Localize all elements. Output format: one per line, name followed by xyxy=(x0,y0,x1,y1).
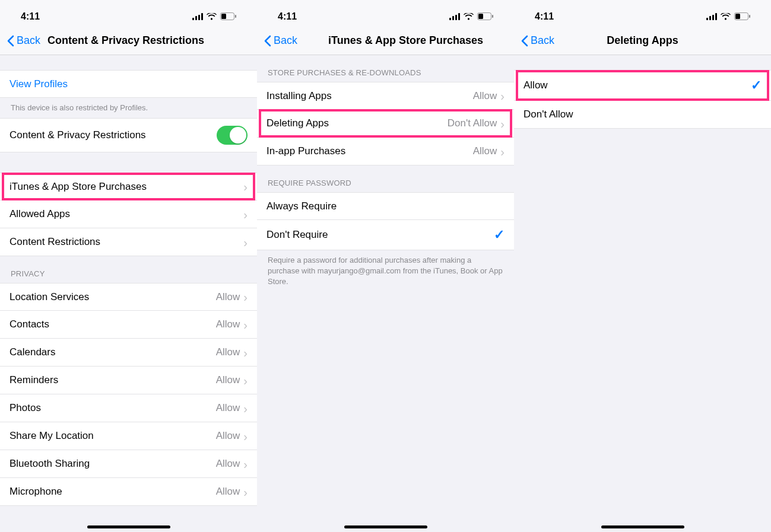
wifi-icon xyxy=(207,13,217,20)
installing-apps-row[interactable]: Installing Apps Allow › xyxy=(257,82,514,110)
chevron-right-icon: › xyxy=(500,118,505,130)
privacy-row-photos[interactable]: Photos Allow › xyxy=(0,394,257,422)
status-time: 4:11 xyxy=(535,11,554,22)
list-item-label: Location Services xyxy=(9,291,216,303)
svg-rect-19 xyxy=(735,14,740,19)
svg-rect-9 xyxy=(455,15,457,20)
privacy-row-contacts[interactable]: Contacts Allow › xyxy=(0,311,257,339)
allowed-apps-row[interactable]: Allowed Apps › xyxy=(0,200,257,228)
svg-rect-8 xyxy=(452,16,454,20)
list-item-label: Share My Location xyxy=(9,430,216,442)
signal-icon xyxy=(706,13,717,20)
screen-itunes-purchases: 4:11 Back iTunes & App Store Purchases S… xyxy=(257,0,514,532)
privacy-row-calendars[interactable]: Calendars Allow › xyxy=(0,339,257,367)
wifi-icon xyxy=(464,13,474,20)
list-item-label: In-app Purchases xyxy=(266,145,473,157)
chevron-right-icon: › xyxy=(243,237,248,249)
dont-allow-option-row[interactable]: Don't Allow xyxy=(514,101,771,129)
itunes-purchases-row[interactable]: iTunes & App Store Purchases › xyxy=(0,173,257,200)
chevron-left-icon xyxy=(7,35,14,47)
svg-rect-20 xyxy=(749,15,750,18)
chevron-right-icon: › xyxy=(243,347,248,359)
cpr-toggle-switch[interactable] xyxy=(217,126,248,145)
dont-require-row[interactable]: Don't Require ✓ xyxy=(257,220,514,250)
list-item-value: Allow xyxy=(216,430,240,442)
privacy-row-reminders[interactable]: Reminders Allow › xyxy=(0,367,257,394)
checkmark-icon: ✓ xyxy=(494,227,505,243)
chevron-right-icon: › xyxy=(243,181,248,193)
list-item-value: Allow xyxy=(216,346,240,358)
content-restrictions-label: Content Restrictions xyxy=(9,236,243,248)
back-button[interactable]: Back xyxy=(7,34,40,47)
svg-rect-6 xyxy=(235,15,236,18)
back-button[interactable]: Back xyxy=(521,34,554,47)
battery-icon xyxy=(477,12,493,20)
list-item-label: Bluetooth Sharing xyxy=(9,458,216,470)
chevron-right-icon: › xyxy=(243,431,248,442)
privacy-row-bluetooth[interactable]: Bluetooth Sharing Allow › xyxy=(0,450,257,478)
list-item-label: Calendars xyxy=(9,346,216,358)
allow-option-row[interactable]: Allow ✓ xyxy=(514,70,771,101)
privacy-header: PRIVACY xyxy=(0,256,257,283)
signal-icon xyxy=(449,13,460,20)
list-item-label: Allow xyxy=(523,79,751,91)
chevron-right-icon: › xyxy=(243,458,248,470)
list-item-label: Deleting Apps xyxy=(266,117,448,129)
status-bar: 4:11 xyxy=(0,0,257,27)
privacy-row-microphone[interactable]: Microphone Allow › xyxy=(0,478,257,506)
screen-deleting-apps: 4:11 Back Deleting Apps Allow ✓ Don't Al… xyxy=(514,0,771,532)
chevron-right-icon: › xyxy=(243,291,248,303)
list-item-value: Allow xyxy=(216,374,240,386)
list-item-label: Photos xyxy=(9,402,216,414)
svg-rect-15 xyxy=(709,16,711,20)
home-indicator[interactable] xyxy=(601,525,684,528)
nav-title: Deleting Apps xyxy=(607,34,678,47)
chevron-left-icon xyxy=(264,35,271,47)
status-icons xyxy=(449,12,493,20)
cpr-toggle-row[interactable]: Content & Privacy Restrictions xyxy=(0,118,257,152)
content-restrictions-row[interactable]: Content Restrictions › xyxy=(0,228,257,256)
list-item-value: Allow xyxy=(473,145,497,157)
screen-content-privacy: 4:11 Back Content & Privacy Restrictions… xyxy=(0,0,257,532)
back-label: Back xyxy=(274,34,297,47)
privacy-row-location[interactable]: Location Services Allow › xyxy=(0,283,257,311)
section-header-require-password: REQUIRE PASSWORD xyxy=(257,165,514,192)
privacy-row-share-location[interactable]: Share My Location Allow › xyxy=(0,422,257,450)
back-button[interactable]: Back xyxy=(264,34,297,47)
status-bar: 4:11 xyxy=(257,0,514,27)
nav-title: Content & Privacy Restrictions xyxy=(47,34,204,47)
section-header-store: STORE PURCHASES & RE-DOWNLOADS xyxy=(257,55,514,82)
battery-icon xyxy=(734,12,750,20)
inapp-purchases-row[interactable]: In-app Purchases Allow › xyxy=(257,138,514,165)
nav-bar: Back Content & Privacy Restrictions xyxy=(0,27,257,55)
svg-rect-13 xyxy=(492,15,493,18)
svg-rect-0 xyxy=(192,18,194,20)
svg-rect-3 xyxy=(201,13,203,20)
list-item-value: Allow xyxy=(216,458,240,470)
deleting-apps-row[interactable]: Deleting Apps Don't Allow › xyxy=(257,110,514,138)
chevron-right-icon: › xyxy=(243,403,248,415)
list-item-label: Reminders xyxy=(9,374,216,386)
chevron-right-icon: › xyxy=(243,319,248,331)
svg-rect-12 xyxy=(478,14,483,19)
view-profiles-label: View Profiles xyxy=(9,78,248,90)
list-item-label: Installing Apps xyxy=(266,90,473,102)
view-profiles-row[interactable]: View Profiles xyxy=(0,70,257,98)
cpr-toggle-label: Content & Privacy Restrictions xyxy=(9,129,217,141)
home-indicator[interactable] xyxy=(344,525,427,528)
svg-rect-16 xyxy=(712,15,714,20)
battery-icon xyxy=(220,12,236,20)
list-item-label: Always Require xyxy=(266,200,505,212)
list-item-label: Microphone xyxy=(9,486,216,498)
list-item-label: Don't Require xyxy=(266,229,494,241)
status-time: 4:11 xyxy=(278,11,297,22)
svg-rect-14 xyxy=(706,18,708,20)
section-footer-password: Require a password for additional purcha… xyxy=(257,250,514,292)
home-indicator[interactable] xyxy=(87,525,170,528)
always-require-row[interactable]: Always Require xyxy=(257,192,514,220)
list-item-label: Contacts xyxy=(9,318,216,330)
svg-rect-10 xyxy=(458,13,460,20)
chevron-right-icon: › xyxy=(500,90,505,102)
svg-rect-2 xyxy=(198,15,200,20)
status-icons xyxy=(192,12,236,20)
